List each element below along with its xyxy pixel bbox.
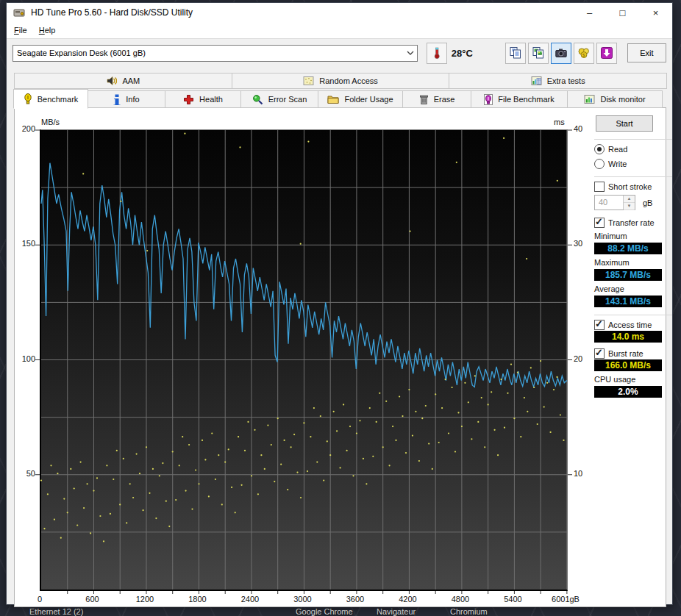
burst-rate-checkbox[interactable]: Burst rate: [594, 348, 677, 359]
tab-row-bottom: Benchmark Info Health Error Scan Folder …: [14, 89, 666, 108]
tab-aam-label: AAM: [122, 76, 140, 85]
benchmark-pane: MB/s ms 20015010050 40302010 06001200180…: [14, 107, 666, 607]
screenshot-button[interactable]: [551, 43, 571, 64]
temperature-button[interactable]: [427, 43, 447, 64]
main-area: AAM Random Access Extra tests Benchmark: [7, 67, 672, 607]
short-stroke-checkbox-box[interactable]: [594, 182, 605, 192]
health-cross-icon: [183, 94, 194, 105]
short-stroke-size-row: 40 ▲ ▼ gB: [594, 195, 677, 210]
read-radio-circle[interactable]: [594, 144, 605, 154]
exit-button[interactable]: Exit: [627, 43, 666, 62]
left-tick-label: 50: [15, 469, 35, 478]
maximize-button[interactable]: □: [606, 3, 639, 22]
tab-folder-usage[interactable]: Folder Usage: [318, 90, 403, 108]
transfer-rate-checkbox-box[interactable]: [594, 218, 605, 228]
benchmark-bulb-icon: [24, 93, 32, 104]
minimize-button[interactable]: –: [573, 3, 606, 22]
access-time-checkbox[interactable]: Access time: [594, 319, 677, 330]
average-label: Average: [594, 284, 677, 295]
tab-extra-tests-label: Extra tests: [547, 76, 585, 85]
access-time-checkbox-box[interactable]: [594, 320, 605, 330]
hdtune-window: HD Tune Pro 5.60 - Hard Disk/SSD Utility…: [6, 2, 673, 605]
short-stroke-label: Short stroke: [608, 182, 652, 191]
tab-benchmark[interactable]: Benchmark: [13, 89, 88, 109]
close-button[interactable]: ×: [639, 3, 672, 22]
random-access-icon: [303, 76, 314, 86]
x-tick-label: 0: [38, 595, 42, 604]
left-tick-label: 150: [15, 239, 35, 248]
left-tick-label: 200: [15, 124, 35, 133]
average-value: 143.1 MB/s: [594, 296, 662, 307]
extra-tests-icon: [531, 76, 542, 86]
short-stroke-unit-label: gB: [643, 198, 652, 207]
speaker-icon: [106, 76, 117, 86]
transfer-rate-checkbox[interactable]: Transfer rate: [594, 217, 677, 228]
tab-file-benchmark-label: File Benchmark: [498, 95, 554, 104]
x-tick-label: 6001gB: [552, 595, 580, 604]
read-radio[interactable]: Read: [594, 143, 677, 154]
tab-error-scan-label: Error Scan: [268, 95, 307, 104]
write-radio[interactable]: Write: [594, 158, 677, 169]
start-button[interactable]: Start: [596, 115, 653, 132]
coins-icon: $: [577, 46, 591, 60]
x-tick-label: 3000: [293, 595, 311, 604]
tab-info-label: Info: [126, 95, 139, 104]
spinner-up-icon[interactable]: ▲: [624, 196, 635, 203]
desktop-label: Chromium: [450, 607, 488, 616]
copy-text-button[interactable]: [505, 43, 526, 64]
tab-health[interactable]: Health: [165, 90, 241, 108]
x-tick-label: 3600: [346, 595, 364, 604]
right-tick-label: 40: [574, 124, 582, 133]
title-bar: HD Tune Pro 5.60 - Hard Disk/SSD Utility…: [7, 3, 672, 22]
short-stroke-checkbox[interactable]: Short stroke: [594, 181, 677, 192]
temperature-value: 28°C: [452, 48, 473, 59]
tab-disk-monitor[interactable]: Disk monitor: [567, 90, 663, 108]
write-radio-label: Write: [608, 160, 627, 168]
benchmark-side-panel: Start Read Write Short stroke: [590, 108, 677, 398]
burst-rate-checkbox-box[interactable]: [594, 348, 605, 359]
window-title: HD Tune Pro 5.60 - Hard Disk/SSD Utility: [31, 7, 193, 18]
separator: [594, 176, 672, 177]
write-radio-circle[interactable]: [594, 159, 605, 169]
read-radio-label: Read: [608, 145, 627, 154]
desktop-label: Navigateur: [377, 607, 416, 616]
menu-help[interactable]: Help: [33, 24, 62, 37]
tab-row-top: AAM Random Access Extra tests: [14, 73, 666, 89]
left-tick-label: 100: [15, 354, 35, 363]
minimum-label: Minimum: [594, 232, 677, 242]
menu-bar: File Help: [7, 22, 672, 39]
menu-file[interactable]: File: [8, 24, 33, 37]
transfer-rate-label: Transfer rate: [608, 218, 655, 227]
disk-monitor-icon: [584, 94, 595, 104]
tab-aam[interactable]: AAM: [14, 73, 232, 89]
spinner-down-icon[interactable]: ▼: [624, 203, 635, 210]
drive-select[interactable]: Seagate Expansion Desk (6001 gB): [13, 45, 418, 62]
x-tick-label: 600: [85, 595, 99, 604]
thermometer-icon: [430, 46, 443, 60]
desktop-label: Google Chrome: [296, 607, 353, 616]
copy-image-button[interactable]: [528, 43, 549, 64]
tab-extra-tests[interactable]: Extra tests: [449, 73, 667, 89]
tab-error-scan[interactable]: Error Scan: [240, 90, 318, 108]
tab-random-access[interactable]: Random Access: [232, 73, 450, 89]
x-tick-label: 4800: [452, 595, 469, 604]
tab-disk-monitor-label: Disk monitor: [600, 95, 645, 104]
save-results-button[interactable]: $: [574, 43, 594, 64]
maximum-value: 185.7 MB/s: [594, 269, 662, 281]
minimum-value: 88.2 MB/s: [594, 243, 662, 254]
short-stroke-size-input[interactable]: 40 ▲ ▼: [594, 195, 635, 210]
tab-file-benchmark[interactable]: File Benchmark: [471, 90, 568, 108]
trash-icon: [419, 94, 429, 105]
download-button[interactable]: [596, 43, 617, 64]
chevron-down-icon[interactable]: [404, 46, 417, 61]
tab-erase[interactable]: Erase: [402, 90, 471, 108]
copy-text-icon: [509, 46, 522, 60]
download-arrow-icon: [600, 46, 613, 60]
tab-benchmark-label: Benchmark: [38, 95, 79, 104]
burst-rate-value: 166.0 MB/s: [594, 359, 662, 371]
tab-info[interactable]: Info: [88, 90, 165, 108]
window-controls: – □ ×: [573, 3, 672, 22]
tab-folder-usage-label: Folder Usage: [344, 95, 393, 104]
desktop-background: Ethernet 12 (2)Google ChromeNavigateurCh…: [0, 0, 681, 616]
x-tick-label: 2400: [241, 595, 259, 604]
